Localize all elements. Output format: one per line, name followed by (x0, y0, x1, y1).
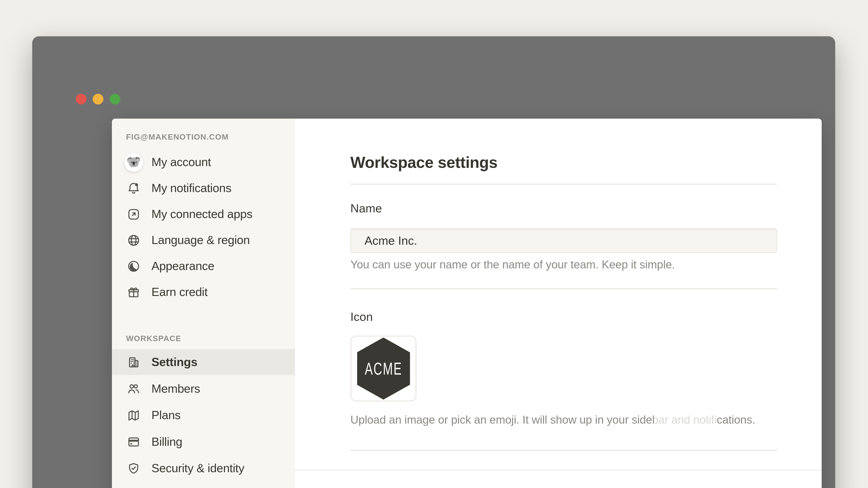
sidebar-item-integrations[interactable]: Integrations (112, 482, 295, 488)
shield-check-icon (127, 461, 141, 475)
building-icon (127, 355, 141, 369)
minimize-window-button[interactable] (93, 94, 103, 105)
workspace-name-input[interactable] (350, 228, 777, 253)
account-email-heading: FIG@MAKENOTION.COM (126, 132, 229, 142)
close-window-button[interactable] (76, 94, 87, 105)
sidebar-item-my-account[interactable]: 🐨 My account (112, 149, 295, 175)
arrow-up-right-box-icon (127, 207, 141, 221)
user-avatar: 🐨 (124, 153, 143, 171)
page-title: Workspace settings (350, 154, 498, 172)
settings-modal: FIG@MAKENOTION.COM 🐨 My account My notif… (112, 119, 822, 488)
sidebar-item-label: My account (151, 156, 211, 169)
bell-icon (127, 181, 141, 195)
map-icon (127, 408, 141, 422)
sidebar-item-label: Appearance (151, 259, 214, 273)
workspace-section-heading: WORKSPACE (126, 333, 182, 344)
window-controls (76, 94, 121, 105)
sidebar-item-label: Language & region (151, 233, 250, 247)
sidebar-item-my-connected-apps[interactable]: My connected apps (112, 201, 295, 227)
acme-logo-text: ACME (365, 358, 402, 379)
workspace-icon-picker[interactable]: ACME (350, 335, 416, 402)
modal-footer: Update Cancel (295, 469, 822, 488)
sidebar-item-label: Billing (151, 435, 182, 449)
sidebar-item-appearance[interactable]: Appearance (112, 253, 295, 279)
zoom-window-button[interactable] (110, 94, 121, 105)
moon-circle-icon (127, 259, 141, 273)
sidebar-item-billing[interactable]: Billing (112, 429, 295, 455)
divider (350, 450, 777, 451)
sidebar-item-label: Earn credit (151, 285, 208, 299)
sidebar-item-label: Members (151, 382, 200, 395)
name-help-text: You can use your name or the name of you… (350, 257, 777, 272)
name-field-label: Name (350, 202, 382, 215)
sidebar-item-earn-credit[interactable]: Earn credit (112, 279, 295, 305)
sidebar-item-settings[interactable]: Settings (112, 349, 295, 375)
globe-icon (127, 233, 141, 247)
sidebar-item-language-region[interactable]: Language & region (112, 227, 295, 253)
credit-card-icon (127, 435, 141, 449)
sidebar-item-label: Plans (151, 409, 181, 422)
workspace-settings-panel: Workspace settings Name You can use your… (295, 119, 822, 488)
sidebar-item-members[interactable]: Members (112, 376, 295, 402)
divider (350, 288, 777, 289)
settings-sidebar: FIG@MAKENOTION.COM 🐨 My account My notif… (112, 119, 295, 488)
people-icon (127, 382, 141, 396)
sidebar-item-label: My notifications (151, 182, 231, 195)
sidebar-item-my-notifications[interactable]: My notifications (112, 175, 295, 201)
divider (350, 184, 777, 185)
sidebar-item-plans[interactable]: Plans (112, 402, 295, 428)
icon-help-text: Upload an image or pick an emoji. It wil… (350, 412, 777, 428)
screenshot-stage: FIG@MAKENOTION.COM 🐨 My account My notif… (0, 0, 868, 488)
sidebar-item-label: My connected apps (151, 207, 252, 221)
icon-field-label: Icon (350, 310, 373, 324)
sidebar-item-label: Security & identity (151, 462, 244, 475)
sidebar-item-label: Settings (151, 355, 197, 369)
sidebar-item-security-identity[interactable]: Security & identity (112, 455, 295, 481)
acme-hexagon-logo: ACME (357, 337, 410, 400)
macos-window: FIG@MAKENOTION.COM 🐨 My account My notif… (32, 36, 835, 488)
gift-icon (127, 285, 141, 299)
